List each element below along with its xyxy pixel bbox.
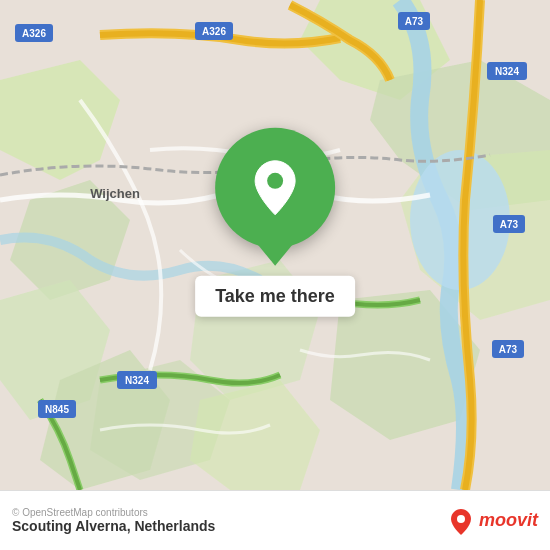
svg-text:A73: A73 [405,16,424,27]
moovit-icon [447,507,475,535]
bottom-bar: © OpenStreetMap contributors Scouting Al… [0,490,550,550]
map-container: A326 A326 A73 N324 A73 N324 N324 N845 A7… [0,0,550,490]
moovit-label: moovit [479,510,538,531]
moovit-logo: moovit [447,507,538,535]
popup-pin-bubble [215,128,335,248]
svg-text:A326: A326 [22,28,46,39]
location-name-text: Scouting Alverna [12,518,127,534]
svg-text:A73: A73 [500,219,519,230]
take-me-there-button[interactable]: Take me there [195,276,355,317]
svg-text:N324: N324 [495,66,519,77]
location-region: Netherlands [134,518,215,534]
map-popup: Take me there [195,128,355,317]
osm-credit: © OpenStreetMap contributors [12,507,215,518]
location-pin-icon [249,159,301,217]
svg-text:Wijchen: Wijchen [90,186,140,201]
svg-text:N845: N845 [45,404,69,415]
svg-point-33 [457,515,465,523]
location-name: Scouting Alverna, Netherlands [12,518,215,534]
svg-text:N324: N324 [125,375,149,386]
svg-text:A73: A73 [499,344,518,355]
svg-point-32 [267,173,283,189]
location-info: © OpenStreetMap contributors Scouting Al… [12,507,215,534]
svg-text:A326: A326 [202,26,226,37]
